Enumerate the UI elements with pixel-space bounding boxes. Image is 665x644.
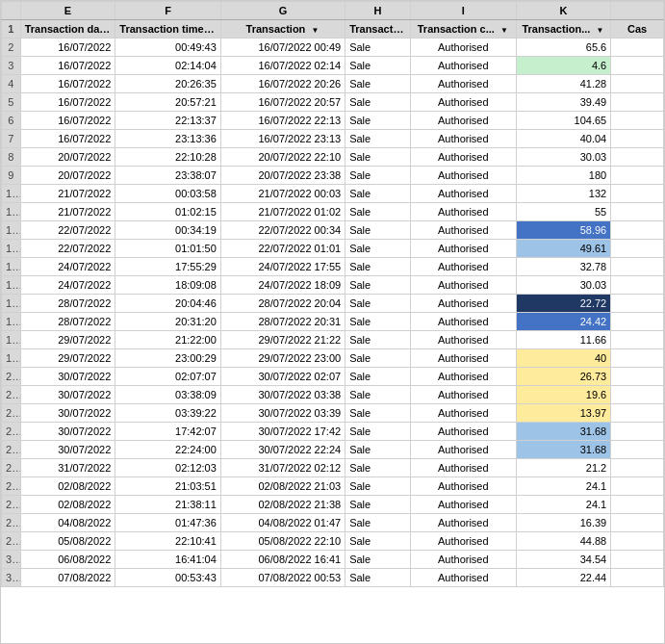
cell-type-15: Sale <box>345 313 411 331</box>
row-num-27: 27 <box>2 496 21 514</box>
cell-time-15: 20:31:20 <box>115 313 221 331</box>
cell-time-4: 22:13:37 <box>115 112 221 130</box>
cell-type-8: Sale <box>345 185 411 203</box>
filter-btn-transaction-k[interactable]: ▼ <box>595 26 604 36</box>
cell-date-15: 28/07/2022 <box>20 313 115 331</box>
cell-status-10: Authorised <box>411 221 517 240</box>
col-letter-e: E <box>20 2 115 20</box>
cell-combined-4: 16/07/2022 22:13 <box>220 112 345 130</box>
cell-cas-12 <box>611 258 664 276</box>
spreadsheet: E F G H I K 1 Transaction date ▼ Transac… <box>0 0 665 644</box>
row-num-12: 12 <box>2 221 21 240</box>
cell-combined-23: 31/07/2022 02:12 <box>220 459 345 477</box>
cell-time-2: 20:26:35 <box>115 75 221 93</box>
cell-time-25: 21:38:11 <box>115 496 221 514</box>
row-num-31: 31 <box>2 569 21 587</box>
cell-date-14: 28/07/2022 <box>20 295 115 313</box>
cell-status-15: Authorised <box>411 313 517 331</box>
cell-cas-26 <box>611 514 664 532</box>
cell-combined-22: 30/07/2022 22:24 <box>220 441 345 459</box>
cell-time-8: 00:03:58 <box>115 185 221 203</box>
cell-status-25: Authorised <box>411 496 517 514</box>
cell-value-12: 32.78 <box>516 258 611 276</box>
cell-cas-19 <box>611 386 664 404</box>
cell-cas-18 <box>611 368 664 386</box>
row-num-16: 16 <box>2 295 21 313</box>
cell-date-21: 30/07/2022 <box>20 423 115 441</box>
col-letter-i: I <box>411 2 517 20</box>
cell-value-4: 104.65 <box>516 112 611 130</box>
filter-btn-transaction[interactable]: ▼ <box>310 26 320 36</box>
cell-combined-7: 20/07/2022 23:38 <box>220 167 345 185</box>
cell-type-23: Sale <box>345 459 411 477</box>
cell-value-8: 132 <box>516 185 611 203</box>
cell-type-18: Sale <box>345 368 411 386</box>
cell-type-5: Sale <box>345 130 411 148</box>
cell-combined-12: 24/07/2022 17:55 <box>220 258 345 276</box>
cell-type-12: Sale <box>345 258 411 276</box>
cell-time-17: 23:00:29 <box>115 349 221 368</box>
cell-type-20: Sale <box>345 404 411 423</box>
cell-combined-9: 21/07/2022 01:02 <box>220 203 345 221</box>
col-header-cas[interactable]: Cas <box>611 20 664 39</box>
cell-value-16: 11.66 <box>516 331 611 349</box>
col-header-transaction-c[interactable]: Transaction c... ▼ <box>411 20 517 39</box>
cell-type-4: Sale <box>345 112 411 130</box>
cell-status-4: Authorised <box>411 112 517 130</box>
cell-status-21: Authorised <box>411 423 517 441</box>
cell-date-29: 07/08/2022 <box>20 569 115 587</box>
row-num-4: 4 <box>2 75 21 93</box>
filter-btn-transaction-c[interactable]: ▼ <box>499 26 509 36</box>
cell-cas-1 <box>611 57 664 75</box>
cell-value-0: 65.6 <box>516 39 611 57</box>
cell-status-0: Authorised <box>411 39 517 57</box>
row-num-header: 1 <box>2 20 21 39</box>
cell-date-0: 16/07/2022 <box>20 39 115 57</box>
cell-cas-24 <box>611 477 664 496</box>
col-header-transaction-k[interactable]: Transaction... ▼ <box>516 20 611 39</box>
row-num-26: 26 <box>2 477 21 496</box>
cell-date-7: 20/07/2022 <box>20 167 115 185</box>
cell-combined-27: 05/08/2022 22:10 <box>220 532 345 551</box>
cell-time-19: 03:38:09 <box>115 386 221 404</box>
cell-date-4: 16/07/2022 <box>20 112 115 130</box>
cell-value-13: 30.03 <box>516 276 611 295</box>
col-header-transact[interactable]: Transact... ▼ <box>345 20 411 39</box>
row-num-5: 5 <box>2 93 21 112</box>
cell-time-3: 20:57:21 <box>115 93 221 112</box>
cell-status-1: Authorised <box>411 57 517 75</box>
cell-combined-14: 28/07/2022 20:04 <box>220 295 345 313</box>
cell-type-24: Sale <box>345 477 411 496</box>
col-header-cas-label: Cas <box>627 23 647 35</box>
cell-value-17: 40 <box>516 349 611 368</box>
col-header-transaction-time[interactable]: Transaction time ▼ <box>115 20 221 39</box>
col-header-transaction-c-label: Transaction c... <box>418 23 495 35</box>
cell-time-24: 21:03:51 <box>115 477 221 496</box>
cell-time-22: 22:24:00 <box>115 441 221 459</box>
cell-cas-5 <box>611 130 664 148</box>
col-letter-g: G <box>220 2 345 20</box>
cell-type-6: Sale <box>345 148 411 167</box>
cell-value-24: 24.1 <box>516 477 611 496</box>
col-header-transaction[interactable]: Transaction ▼ <box>220 20 345 39</box>
row-num-13: 13 <box>2 240 21 258</box>
cell-value-26: 16.39 <box>516 514 611 532</box>
cell-cas-15 <box>611 313 664 331</box>
cell-cas-27 <box>611 532 664 551</box>
cell-type-1: Sale <box>345 57 411 75</box>
cell-cas-10 <box>611 221 664 240</box>
col-header-transaction-date[interactable]: Transaction date ▼ <box>20 20 115 39</box>
cell-date-8: 21/07/2022 <box>20 185 115 203</box>
cell-type-21: Sale <box>345 423 411 441</box>
row-num-2: 2 <box>2 39 21 57</box>
cell-value-3: 39.49 <box>516 93 611 112</box>
row-num-9: 9 <box>2 167 21 185</box>
cell-cas-7 <box>611 167 664 185</box>
cell-value-7: 180 <box>516 167 611 185</box>
cell-value-20: 13.97 <box>516 404 611 423</box>
row-num-14: 14 <box>2 258 21 276</box>
cell-value-15: 24.42 <box>516 313 611 331</box>
col-header-transact-label: Transact... <box>349 23 403 35</box>
cell-value-9: 55 <box>516 203 611 221</box>
cell-date-26: 04/08/2022 <box>20 514 115 532</box>
